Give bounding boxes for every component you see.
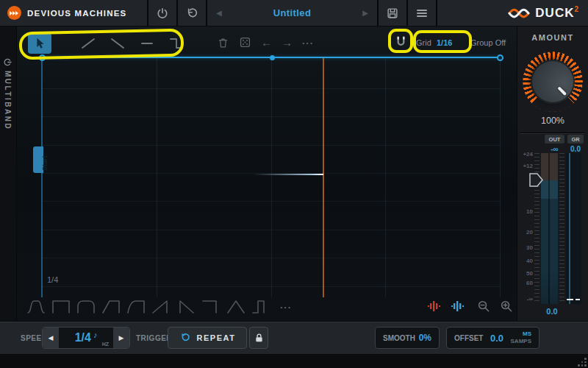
group-mode-button[interactable]: Group Off	[470, 38, 506, 47]
tool-line-down-button[interactable]	[106, 33, 129, 54]
shape-saw-up-button[interactable]	[151, 298, 171, 316]
preset-navigator: ◀ Untitled ▶	[207, 0, 377, 26]
start-marker-label: Start	[41, 155, 49, 171]
playback-trace	[254, 174, 323, 175]
speed-next-button[interactable]: ▶	[113, 328, 129, 348]
meter-ticks	[559, 153, 564, 304]
output-wave-toggle[interactable]	[451, 300, 467, 315]
product-version-sup: 2	[574, 5, 579, 13]
cursor-icon	[32, 36, 47, 51]
transport-bar: SPEED ◀ 1/4 ♪ HZ ▶ TRIGGER REPEAT SMOOT	[0, 322, 588, 354]
preset-name[interactable]: Untitled	[273, 7, 312, 18]
randomize-button[interactable]	[239, 36, 251, 49]
scale-label: 20	[517, 229, 533, 236]
grid-line-vertical	[157, 57, 157, 297]
amount-value: 100%	[517, 116, 588, 126]
speed-value[interactable]: 1/4	[75, 331, 91, 344]
scale-label: +24	[517, 151, 533, 158]
shape-saw-down-button[interactable]	[176, 298, 196, 316]
shape-square-button[interactable]	[51, 298, 71, 316]
smooth-control[interactable]: SMOOTH 0%	[375, 327, 440, 349]
saw-up-icon	[151, 299, 171, 315]
shape-triangle-button[interactable]	[226, 298, 246, 316]
menu-button[interactable]	[408, 0, 436, 26]
bypass-power-button[interactable]	[148, 0, 176, 26]
tool-step-button[interactable]	[165, 33, 188, 54]
shape-ramp-hold-button[interactable]	[101, 298, 121, 316]
ramp-hold-icon	[101, 299, 121, 315]
multiband-panel-toggle[interactable]: MULTIBAND	[4, 71, 12, 130]
smooth-label: SMOOTH	[383, 334, 415, 342]
shape-hold-drop-button[interactable]	[201, 298, 221, 316]
undo-button[interactable]	[178, 0, 206, 26]
grid-label: Grid	[416, 38, 431, 47]
peak-tick	[567, 299, 573, 300]
panel-divider	[520, 132, 585, 133]
tool-flat-button[interactable]	[135, 33, 159, 54]
amount-label: AMOUNT	[517, 33, 588, 42]
ease-pulse-icon	[26, 299, 46, 315]
offset-unit-ms-button[interactable]: MS	[523, 330, 531, 338]
nudge-left-button[interactable]: ←	[261, 36, 272, 49]
zoom-out-button[interactable]	[477, 300, 491, 316]
smooth-value[interactable]: 0%	[419, 333, 431, 343]
output-panel: AMOUNT 100% OUT GR -∞ 0.0 +24 +12 10 20 …	[517, 26, 588, 321]
zoom-out-icon	[477, 300, 491, 314]
offset-control[interactable]: OFFSET 0.0 MS SAMPS	[446, 327, 539, 349]
amount-knob[interactable]	[523, 52, 583, 112]
offset-unit-samps-button[interactable]: SAMPS	[511, 338, 531, 345]
out-meter-label: OUT	[545, 135, 564, 144]
output-gain-marker[interactable]	[529, 173, 544, 187]
speed-unit-hz-button[interactable]: HZ	[102, 342, 109, 347]
tool-line-up-button[interactable]	[76, 33, 100, 54]
zoom-in-button[interactable]	[500, 300, 514, 316]
scale-label: 30	[517, 244, 533, 251]
repeat-icon	[179, 332, 191, 344]
preset-next-button[interactable]: ▶	[362, 9, 368, 17]
speed-display[interactable]: 1/4 ♪ HZ	[59, 328, 113, 348]
shape-curve-hold-button[interactable]	[126, 298, 146, 316]
tool-select-button[interactable]	[28, 33, 51, 54]
preset-prev-button[interactable]: ◀	[216, 9, 222, 17]
magnet-icon	[394, 35, 408, 49]
offset-value[interactable]: 0.0	[490, 333, 503, 344]
brand-name: DEVIOUS MACHINES	[27, 9, 127, 18]
shapes-more-button[interactable]: ···	[276, 298, 296, 316]
square-pulse-icon	[51, 299, 71, 315]
grid-line-horizontal	[42, 116, 501, 117]
shape-step-pulse-button[interactable]	[251, 298, 271, 316]
product-section: DUCK2	[437, 0, 588, 26]
speed-prev-button[interactable]: ◀	[43, 328, 59, 348]
trigger-mode-button[interactable]: REPEAT	[168, 327, 247, 349]
scale-label: -∞	[517, 296, 533, 302]
trigger-lock-button[interactable]	[249, 327, 268, 349]
multiband-power-icon[interactable]	[3, 57, 12, 67]
toolbar-more-button[interactable]: ···	[302, 38, 314, 49]
nudge-right-button[interactable]: →	[282, 36, 293, 49]
triangle-icon	[226, 299, 245, 315]
grid-line-vertical	[500, 57, 501, 297]
power-icon	[156, 7, 169, 20]
envelope-midpoint-handle[interactable]	[270, 55, 275, 60]
scale-label: 60	[517, 280, 533, 286]
grid-line-horizontal	[42, 145, 501, 146]
resize-grip[interactable]	[578, 358, 587, 366]
snap-magnet-button[interactable]	[394, 35, 408, 49]
envelope-node-left[interactable]	[39, 54, 46, 61]
grid-value-button[interactable]: 1/16	[437, 38, 452, 47]
undo-icon	[185, 7, 198, 20]
zoom-in-icon	[500, 300, 514, 314]
trigger-label: TRIGGER	[136, 334, 172, 342]
envelope-node-right[interactable]	[497, 54, 503, 61]
clear-envelope-button[interactable]	[217, 36, 229, 49]
shape-ease-pulse-button[interactable]	[26, 298, 46, 316]
product-name: DUCK2	[535, 5, 579, 21]
envelope-editor-panel: ← → ··· Grid 1/16 Group Off	[17, 26, 517, 321]
blue-waveform-icon	[451, 300, 467, 312]
offset-label: OFFSET	[454, 334, 483, 342]
start-marker[interactable]: Start	[33, 146, 43, 173]
grid-line-horizontal	[42, 258, 501, 258]
save-button[interactable]	[379, 0, 406, 26]
shape-rounded-button[interactable]	[76, 298, 96, 316]
sidechain-wave-toggle[interactable]	[427, 300, 443, 315]
